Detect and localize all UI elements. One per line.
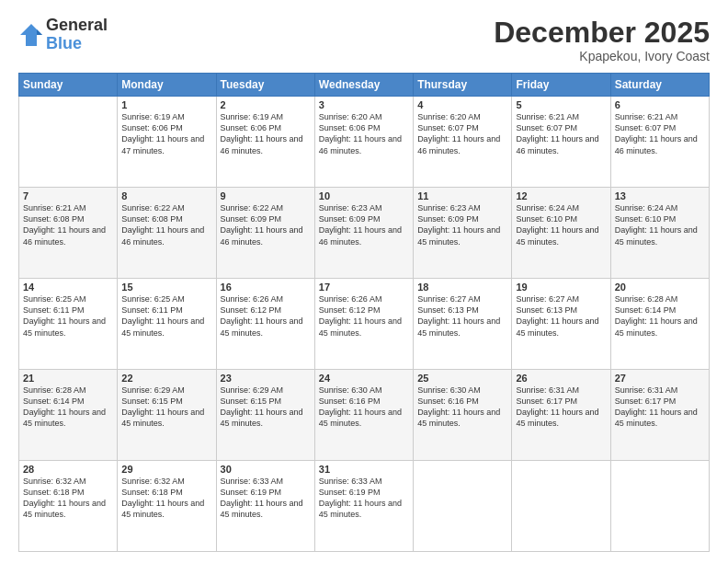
day-number: 10 [319, 190, 409, 201]
table-row: 8Sunrise: 6:22 AM Sunset: 6:08 PM Daylig… [118, 188, 216, 279]
day-number: 14 [23, 282, 113, 293]
table-row: 30Sunrise: 6:33 AM Sunset: 6:19 PM Dayli… [216, 461, 314, 552]
day-info: Sunrise: 6:31 AM Sunset: 6:17 PM Dayligh… [615, 385, 705, 430]
day-info: Sunrise: 6:27 AM Sunset: 6:13 PM Dayligh… [417, 293, 507, 339]
day-info: Sunrise: 6:19 AM Sunset: 6:06 PM Dayligh… [121, 111, 211, 156]
table-row: 19Sunrise: 6:27 AM Sunset: 6:13 PM Dayli… [512, 279, 610, 370]
day-info: Sunrise: 6:29 AM Sunset: 6:15 PM Dayligh… [221, 385, 311, 430]
day-info: Sunrise: 6:22 AM Sunset: 6:08 PM Dayligh… [121, 202, 211, 247]
table-row: 5Sunrise: 6:21 AM Sunset: 6:07 PM Daylig… [512, 97, 610, 188]
day-number: 26 [516, 373, 606, 384]
day-info: Sunrise: 6:24 AM Sunset: 6:10 PM Dayligh… [516, 202, 606, 247]
day-info: Sunrise: 6:30 AM Sunset: 6:16 PM Dayligh… [319, 385, 409, 430]
day-info: Sunrise: 6:27 AM Sunset: 6:13 PM Dayligh… [516, 293, 606, 339]
day-number: 2 [221, 99, 311, 110]
calendar-week-row: 21Sunrise: 6:28 AM Sunset: 6:14 PM Dayli… [19, 370, 710, 461]
table-row [414, 461, 512, 552]
col-friday: Friday [512, 74, 610, 97]
table-row: 11Sunrise: 6:23 AM Sunset: 6:09 PM Dayli… [414, 188, 512, 279]
day-info: Sunrise: 6:30 AM Sunset: 6:16 PM Dayligh… [417, 385, 507, 430]
col-thursday: Thursday [414, 74, 512, 97]
day-number: 9 [221, 190, 311, 201]
calendar-header-row: Sunday Monday Tuesday Wednesday Thursday… [19, 74, 710, 97]
day-number: 23 [221, 373, 311, 384]
day-info: Sunrise: 6:29 AM Sunset: 6:15 PM Dayligh… [121, 385, 211, 430]
day-number: 4 [417, 99, 507, 110]
day-info: Sunrise: 6:32 AM Sunset: 6:18 PM Dayligh… [23, 476, 113, 521]
table-row: 12Sunrise: 6:24 AM Sunset: 6:10 PM Dayli… [512, 188, 610, 279]
day-number: 8 [121, 190, 211, 201]
logo: General Blue [18, 17, 108, 53]
day-number: 18 [417, 282, 507, 293]
table-row [19, 97, 118, 188]
table-row: 13Sunrise: 6:24 AM Sunset: 6:10 PM Dayli… [610, 188, 709, 279]
header: General Blue December 2025 Kpapekou, Ivo… [18, 17, 710, 63]
day-info: Sunrise: 6:23 AM Sunset: 6:09 PM Dayligh… [319, 202, 409, 247]
table-row: 29Sunrise: 6:32 AM Sunset: 6:18 PM Dayli… [118, 461, 216, 552]
table-row: 28Sunrise: 6:32 AM Sunset: 6:18 PM Dayli… [19, 461, 118, 552]
table-row: 27Sunrise: 6:31 AM Sunset: 6:17 PM Dayli… [610, 370, 709, 461]
day-number: 16 [221, 282, 311, 293]
day-info: Sunrise: 6:25 AM Sunset: 6:11 PM Dayligh… [121, 293, 211, 339]
day-number: 22 [121, 373, 211, 384]
calendar-week-row: 1Sunrise: 6:19 AM Sunset: 6:06 PM Daylig… [19, 97, 710, 188]
table-row: 2Sunrise: 6:19 AM Sunset: 6:06 PM Daylig… [216, 97, 314, 188]
day-info: Sunrise: 6:31 AM Sunset: 6:17 PM Dayligh… [516, 385, 606, 430]
calendar-week-row: 28Sunrise: 6:32 AM Sunset: 6:18 PM Dayli… [19, 461, 710, 552]
table-row: 26Sunrise: 6:31 AM Sunset: 6:17 PM Dayli… [512, 370, 610, 461]
day-info: Sunrise: 6:21 AM Sunset: 6:08 PM Dayligh… [23, 202, 113, 247]
logo-icon [18, 22, 44, 48]
col-tuesday: Tuesday [216, 74, 314, 97]
day-info: Sunrise: 6:20 AM Sunset: 6:07 PM Dayligh… [417, 111, 507, 156]
logo-general-text: General [46, 17, 108, 35]
table-row: 7Sunrise: 6:21 AM Sunset: 6:08 PM Daylig… [19, 188, 118, 279]
table-row: 10Sunrise: 6:23 AM Sunset: 6:09 PM Dayli… [314, 188, 413, 279]
day-number: 7 [23, 190, 113, 201]
logo-blue-text: Blue [46, 35, 108, 53]
title-block: December 2025 Kpapekou, Ivory Coast [494, 17, 710, 63]
day-number: 1 [121, 99, 211, 110]
table-row: 3Sunrise: 6:20 AM Sunset: 6:06 PM Daylig… [314, 97, 413, 188]
day-number: 12 [516, 190, 606, 201]
day-number: 20 [615, 282, 705, 293]
day-info: Sunrise: 6:21 AM Sunset: 6:07 PM Dayligh… [516, 111, 606, 156]
day-number: 5 [516, 99, 606, 110]
table-row: 16Sunrise: 6:26 AM Sunset: 6:12 PM Dayli… [216, 279, 314, 370]
table-row: 14Sunrise: 6:25 AM Sunset: 6:11 PM Dayli… [19, 279, 118, 370]
day-number: 6 [615, 99, 705, 110]
logo-text: General Blue [46, 17, 108, 53]
col-monday: Monday [118, 74, 216, 97]
day-number: 13 [615, 190, 705, 201]
day-info: Sunrise: 6:28 AM Sunset: 6:14 PM Dayligh… [615, 293, 705, 339]
day-info: Sunrise: 6:28 AM Sunset: 6:14 PM Dayligh… [23, 385, 113, 430]
calendar-week-row: 7Sunrise: 6:21 AM Sunset: 6:08 PM Daylig… [19, 188, 710, 279]
month-title: December 2025 [494, 17, 710, 49]
table-row: 6Sunrise: 6:21 AM Sunset: 6:07 PM Daylig… [610, 97, 709, 188]
table-row: 20Sunrise: 6:28 AM Sunset: 6:14 PM Dayli… [610, 279, 709, 370]
table-row: 23Sunrise: 6:29 AM Sunset: 6:15 PM Dayli… [216, 370, 314, 461]
day-number: 29 [121, 464, 211, 475]
day-number: 24 [319, 373, 409, 384]
day-info: Sunrise: 6:32 AM Sunset: 6:18 PM Dayligh… [121, 476, 211, 521]
day-info: Sunrise: 6:20 AM Sunset: 6:06 PM Dayligh… [319, 111, 409, 156]
day-number: 28 [23, 464, 113, 475]
day-number: 21 [23, 373, 113, 384]
col-wednesday: Wednesday [314, 74, 413, 97]
svg-marker-1 [37, 29, 42, 35]
calendar-week-row: 14Sunrise: 6:25 AM Sunset: 6:11 PM Dayli… [19, 279, 710, 370]
day-info: Sunrise: 6:33 AM Sunset: 6:19 PM Dayligh… [221, 476, 311, 521]
day-number: 15 [121, 282, 211, 293]
table-row [512, 461, 610, 552]
day-info: Sunrise: 6:24 AM Sunset: 6:10 PM Dayligh… [615, 202, 705, 247]
day-number: 25 [417, 373, 507, 384]
day-number: 19 [516, 282, 606, 293]
day-number: 17 [319, 282, 409, 293]
table-row: 24Sunrise: 6:30 AM Sunset: 6:16 PM Dayli… [314, 370, 413, 461]
day-number: 31 [319, 464, 409, 475]
day-info: Sunrise: 6:19 AM Sunset: 6:06 PM Dayligh… [221, 111, 311, 156]
table-row: 15Sunrise: 6:25 AM Sunset: 6:11 PM Dayli… [118, 279, 216, 370]
day-info: Sunrise: 6:26 AM Sunset: 6:12 PM Dayligh… [319, 293, 409, 339]
page: General Blue December 2025 Kpapekou, Ivo… [0, 0, 728, 563]
day-number: 27 [615, 373, 705, 384]
table-row: 31Sunrise: 6:33 AM Sunset: 6:19 PM Dayli… [314, 461, 413, 552]
